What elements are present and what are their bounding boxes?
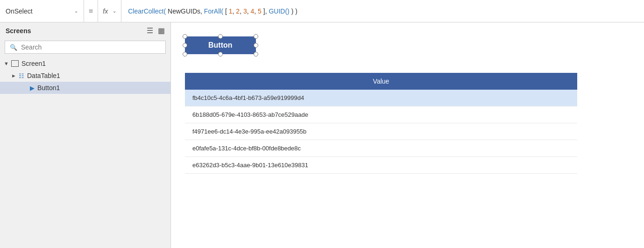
left-panel: Screens ☰ ▦ 🔍 ▼ Screen1 ► ☷ DataTable1 bbox=[0, 22, 171, 248]
formula-plain-1: NewGUIDs, bbox=[166, 7, 204, 15]
right-panel: Button Value fb4c10c5-4c6a-4bf1-b673-a59… bbox=[171, 22, 644, 248]
tree-item-datatable1[interactable]: ► ☷ DataTable1 bbox=[0, 70, 170, 82]
screens-title: Screens bbox=[6, 27, 31, 35]
equals-sign: = bbox=[84, 0, 98, 22]
formula-plain-4: , bbox=[240, 7, 243, 15]
collapse-arrow-screen1: ▼ bbox=[4, 61, 8, 66]
button-node-icon: ▶ bbox=[30, 85, 35, 92]
datatable1-label: DataTable1 bbox=[27, 72, 60, 79]
grid-view-icon[interactable]: ▦ bbox=[158, 26, 165, 35]
fx-button[interactable]: fx ⌄ bbox=[98, 0, 121, 22]
screen1-label: Screen1 bbox=[21, 60, 46, 67]
button1-label: Button1 bbox=[37, 84, 60, 92]
search-box: 🔍 bbox=[5, 41, 166, 54]
collapse-arrow-datatable1: ► bbox=[11, 73, 16, 78]
search-input[interactable] bbox=[21, 43, 161, 51]
table-row[interactable]: e0fafe5a-131c-4dce-bf8b-00fde8bede8c bbox=[185, 140, 577, 157]
formula-fn-3: GUID() bbox=[269, 7, 289, 15]
table-icon: ☷ bbox=[19, 72, 24, 79]
handle-middle-left[interactable] bbox=[183, 43, 187, 48]
fx-label: fx bbox=[103, 7, 108, 15]
formula-plain-5: , bbox=[247, 7, 251, 15]
property-select-label: OnSelect bbox=[6, 7, 33, 15]
handle-bottom-left[interactable] bbox=[183, 52, 187, 57]
list-view-icon[interactable]: ☰ bbox=[147, 26, 153, 35]
formula-num-5: 5 bbox=[258, 7, 262, 15]
canvas-button-wrapper: Button bbox=[185, 36, 256, 54]
formula-fn-2: ForAll( bbox=[204, 7, 223, 15]
formula-num-4: 4 bbox=[250, 7, 254, 15]
property-select[interactable]: OnSelect ⌄ bbox=[0, 0, 84, 22]
handle-top-left[interactable] bbox=[183, 34, 187, 39]
table-row[interactable]: 6b188d05-679e-4103-8653-ab7ce529aade bbox=[185, 106, 577, 123]
handle-middle-right[interactable] bbox=[254, 43, 258, 48]
handle-bottom-middle[interactable] bbox=[218, 52, 223, 57]
header-icons: ☰ ▦ bbox=[147, 26, 165, 35]
handle-bottom-right[interactable] bbox=[254, 52, 258, 57]
table-row[interactable]: f4971ee6-dc14-4e3e-995a-ee42a093955b bbox=[185, 123, 577, 140]
formula-num-3: 3 bbox=[243, 7, 247, 15]
screens-header: Screens ☰ ▦ bbox=[0, 22, 170, 39]
formula-bar: OnSelect ⌄ = fx ⌄ ClearCollect( NewGUIDs… bbox=[0, 0, 644, 22]
fx-chevron-icon: ⌄ bbox=[113, 8, 116, 14]
formula-num-1: 1 bbox=[229, 7, 233, 15]
table-row[interactable]: fb4c10c5-4c6a-4bf1-b673-a59e919999d4 bbox=[185, 90, 577, 106]
formula-plain-6: , bbox=[254, 7, 258, 15]
handle-top-middle[interactable] bbox=[218, 34, 223, 39]
formula-plain-8: ) ) bbox=[290, 7, 297, 15]
handle-top-right[interactable] bbox=[254, 34, 258, 39]
tree-container: ▼ Screen1 ► ☷ DataTable1 ▶ Button1 bbox=[0, 57, 170, 248]
formula-text[interactable]: ClearCollect( NewGUIDs, ForAll( [ 1 , 2 … bbox=[121, 0, 644, 22]
screen-icon bbox=[11, 60, 19, 67]
formula-plain-7: ], bbox=[262, 7, 269, 15]
table-header-value: Value bbox=[185, 73, 577, 90]
search-icon: 🔍 bbox=[10, 44, 17, 51]
formula-fn-1: ClearCollect( bbox=[128, 7, 166, 15]
formula-plain-2: [ bbox=[223, 7, 229, 15]
table-row[interactable]: e63262d3-b5c3-4aae-9b01-13e610e39831 bbox=[185, 157, 577, 174]
main-layout: Screens ☰ ▦ 🔍 ▼ Screen1 ► ☷ DataTable1 bbox=[0, 22, 644, 248]
data-table: Value fb4c10c5-4c6a-4bf1-b673-a59e919999… bbox=[185, 73, 577, 174]
tree-item-button1[interactable]: ▶ Button1 bbox=[0, 82, 170, 94]
tree-item-screen1[interactable]: ▼ Screen1 bbox=[0, 57, 170, 70]
formula-num-2: 2 bbox=[236, 7, 240, 15]
formula-plain-3: , bbox=[233, 7, 236, 15]
chevron-down-icon: ⌄ bbox=[74, 8, 78, 14]
canvas-button-area: Button bbox=[185, 32, 630, 54]
